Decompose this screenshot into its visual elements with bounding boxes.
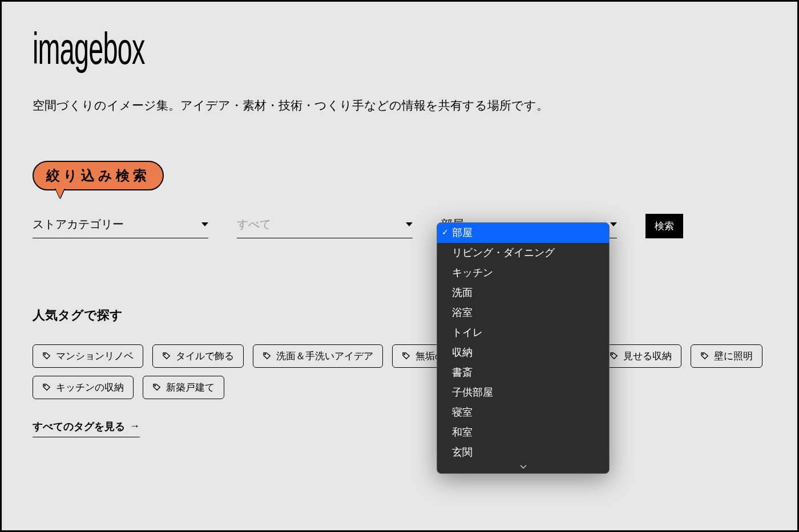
tag-label: 見せる収納	[623, 350, 672, 363]
tag-pill[interactable]: 壁に照明	[691, 344, 762, 368]
tag-icon	[610, 351, 619, 360]
tag-pill[interactable]: 洗面＆手洗いアイデア	[253, 344, 383, 368]
dropdown-option-label: 部屋	[452, 227, 473, 238]
brand-logo[interactable]: imagebox	[33, 23, 145, 75]
chevron-down-icon	[201, 222, 208, 226]
popular-tags-heading: 人気タグで探す	[33, 307, 766, 324]
dropdown-option-label: キッチン	[452, 267, 493, 278]
tag-pill[interactable]: タイルで飾る	[152, 344, 244, 368]
tag-icon	[152, 383, 162, 392]
svg-point-8	[703, 354, 704, 355]
check-icon: ✓	[442, 226, 449, 238]
dropdown-option-label: トイレ	[452, 327, 483, 338]
dropdown-option-label: リビング・ダイニング	[452, 247, 555, 258]
dropdown-option[interactable]: リビング・ダイニング	[437, 243, 609, 263]
dropdown-option[interactable]: 書斎	[437, 363, 609, 383]
dropdown-option[interactable]: キッチン	[437, 263, 609, 283]
tag-label: タイルで飾る	[176, 350, 234, 363]
tag-label: 洗面＆手洗いアイデア	[276, 350, 373, 363]
room-dropdown-menu[interactable]: ✓部屋リビング・ダイニングキッチン洗面浴室トイレ収納書斎子供部屋寝室和室玄関廊下…	[437, 222, 610, 474]
view-all-tags-label: すべてのタグを見る	[33, 420, 125, 433]
svg-point-2	[265, 354, 266, 355]
dropdown-option[interactable]: 収納	[437, 343, 609, 363]
tag-icon	[263, 351, 272, 360]
tag-label: 新築戸建て	[166, 381, 215, 394]
dropdown-option[interactable]: 和室	[437, 423, 609, 442]
dropdown-option[interactable]: 寝室	[437, 403, 609, 423]
filter-section: 絞り込み検索 ストアカテゴリー すべて 部屋 検索 人気タグで探す マンションリ…	[33, 161, 766, 437]
chevron-down-icon	[406, 222, 413, 226]
dropdown-option[interactable]: 玄関	[437, 442, 609, 461]
svg-point-10	[155, 385, 156, 387]
tag-icon	[42, 383, 51, 392]
dropdown-option-label: 子供部屋	[452, 387, 493, 398]
tag-icon	[162, 351, 171, 360]
svg-point-3	[404, 354, 405, 355]
dropdown-option[interactable]: 洗面	[437, 283, 609, 303]
tag-label: 壁に照明	[714, 350, 753, 363]
svg-point-0	[45, 354, 46, 355]
tag-icon	[42, 351, 51, 360]
dropdown-option-label: 玄関	[452, 446, 473, 458]
select-all[interactable]: すべて	[237, 213, 413, 238]
popular-tags-list: マンションリノベタイルで飾る洗面＆手洗いアイデア無垢の床見せる収納壁に照明キッチ…	[33, 344, 766, 399]
select-label: ストアカテゴリー	[33, 217, 124, 232]
dropdown-option[interactable]: 子供部屋	[437, 383, 609, 403]
tagline-text: 空間づくりのイメージ集。アイデア・素材・技術・つくり手などの情報を共有する場所で…	[33, 96, 766, 115]
select-label: すべて	[237, 217, 271, 232]
dropdown-option-label: 浴室	[452, 307, 473, 318]
filter-badge: 絞り込み検索	[33, 161, 164, 190]
search-button[interactable]: 検索	[645, 214, 683, 238]
dropdown-option-label: 和室	[452, 427, 473, 438]
tag-pill[interactable]: マンションリノベ	[33, 344, 143, 368]
dropdown-option-label: 寝室	[452, 407, 473, 418]
filter-selects-row: ストアカテゴリー すべて 部屋 検索	[33, 213, 766, 238]
tag-pill[interactable]: 見せる収納	[600, 344, 681, 368]
dropdown-option[interactable]: 浴室	[437, 303, 609, 323]
svg-point-7	[612, 354, 613, 355]
dropdown-option[interactable]: ✓部屋	[437, 223, 609, 243]
dropdown-scroll-indicator	[437, 461, 609, 473]
dropdown-option-label: 収納	[452, 347, 473, 358]
tag-label: マンションリノベ	[56, 350, 134, 363]
arrow-right-icon: →	[130, 420, 140, 432]
view-all-tags-link[interactable]: すべてのタグを見る →	[33, 420, 140, 437]
tag-pill[interactable]: キッチンの収納	[33, 376, 134, 399]
svg-point-9	[45, 385, 46, 387]
svg-point-1	[164, 354, 166, 355]
dropdown-option-label: 洗面	[452, 287, 473, 298]
tag-pill[interactable]: 新築戸建て	[143, 376, 224, 399]
select-store-category[interactable]: ストアカテゴリー	[33, 213, 208, 238]
dropdown-option[interactable]: トイレ	[437, 323, 609, 343]
tag-icon	[700, 351, 709, 360]
tag-icon	[402, 351, 411, 360]
dropdown-option-label: 書斎	[452, 367, 473, 378]
tag-label: キッチンの収納	[56, 381, 124, 394]
chevron-down-icon	[610, 222, 617, 226]
